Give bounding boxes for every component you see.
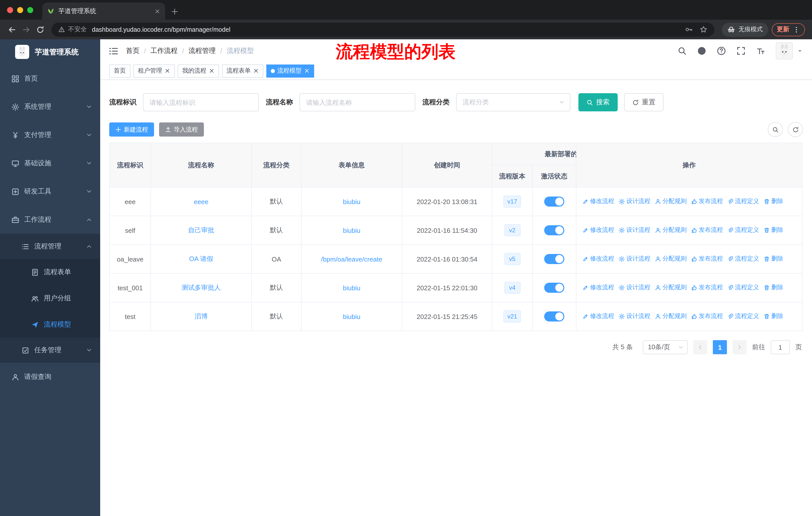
design-process-link[interactable]: 设计流程: [619, 226, 650, 235]
github-icon[interactable]: [697, 46, 706, 55]
hamburger-menu-icon[interactable]: [109, 46, 118, 56]
delete-link[interactable]: 删除: [764, 197, 783, 206]
sidebar-item-infrastructure[interactable]: 基础设施: [0, 149, 100, 178]
prev-page-button[interactable]: [693, 340, 707, 354]
sidebar-logo[interactable]: 芋道管理系统: [0, 39, 100, 64]
user-avatar[interactable]: [776, 42, 793, 59]
search-icon[interactable]: [677, 46, 687, 55]
tab-close-icon[interactable]: [154, 8, 160, 14]
import-process-button[interactable]: 导入流程: [159, 123, 204, 137]
assign-rules-link[interactable]: 分配规则: [655, 312, 687, 321]
assign-rules-link[interactable]: 分配规则: [655, 197, 687, 206]
tag-close-icon[interactable]: [304, 68, 310, 74]
design-process-link[interactable]: 设计流程: [619, 283, 650, 292]
window-minimize-button[interactable]: [17, 7, 23, 13]
forward-button[interactable]: [19, 22, 33, 36]
delete-link[interactable]: 删除: [764, 283, 783, 292]
kebab-menu-icon[interactable]: [793, 26, 800, 33]
goto-page-input[interactable]: [771, 340, 790, 354]
bookmark-star-icon[interactable]: [700, 26, 707, 33]
search-button[interactable]: 搜索: [578, 93, 618, 111]
tag-home[interactable]: 首页: [109, 64, 130, 77]
process-name-link[interactable]: 自己审批: [188, 226, 214, 234]
form-info-link[interactable]: biubiu: [343, 313, 360, 320]
sidebar-item-leave-query[interactable]: 请假查询: [0, 363, 100, 391]
reload-button[interactable]: [33, 22, 47, 36]
tag-tenant-manage[interactable]: 租户管理: [134, 64, 175, 77]
process-definition-link[interactable]: 流程定义: [727, 197, 759, 206]
form-info-link[interactable]: biubiu: [343, 284, 360, 292]
password-key-icon[interactable]: [685, 26, 693, 33]
publish-process-link[interactable]: 发布流程: [691, 312, 723, 321]
process-definition-link[interactable]: 流程定义: [727, 255, 759, 263]
key-filter-input[interactable]: [143, 93, 259, 111]
sidebar-item-process-manage[interactable]: 流程管理: [0, 234, 100, 259]
refresh-table-button[interactable]: [788, 122, 803, 137]
delete-link[interactable]: 删除: [764, 226, 783, 235]
sidebar-item-workflow[interactable]: 工作流程: [0, 206, 100, 234]
process-name-link[interactable]: 滔博: [195, 313, 208, 320]
fullscreen-icon[interactable]: [736, 46, 746, 55]
form-info-link[interactable]: biubiu: [343, 226, 360, 234]
process-definition-link[interactable]: 流程定义: [727, 283, 759, 292]
category-select[interactable]: 流程分类: [456, 93, 570, 111]
sidebar-item-home[interactable]: 首页: [0, 64, 100, 93]
name-filter-input[interactable]: [299, 93, 415, 111]
process-name-link[interactable]: eeee: [194, 198, 208, 205]
address-bar[interactable]: 不安全 dashboard.yudao.iocoder.cn/bpm/manag…: [51, 22, 714, 36]
assign-rules-link[interactable]: 分配规则: [655, 255, 687, 263]
active-toggle[interactable]: [544, 225, 564, 235]
design-process-link[interactable]: 设计流程: [619, 255, 650, 263]
window-close-button[interactable]: [7, 7, 13, 13]
design-process-link[interactable]: 设计流程: [619, 197, 650, 206]
publish-process-link[interactable]: 发布流程: [691, 283, 723, 292]
breadcrumb-item[interactable]: 工作流程: [150, 46, 178, 55]
tag-process-model[interactable]: 流程模型: [266, 64, 314, 77]
form-info-link[interactable]: biubiu: [343, 198, 360, 205]
publish-process-link[interactable]: 发布流程: [691, 197, 723, 206]
delete-link[interactable]: 删除: [764, 255, 783, 263]
chrome-update-button[interactable]: 更新: [772, 23, 805, 36]
tag-process-form[interactable]: 流程表单: [222, 64, 263, 77]
edit-process-link[interactable]: 修改流程: [582, 283, 614, 292]
publish-process-link[interactable]: 发布流程: [691, 255, 723, 263]
edit-process-link[interactable]: 修改流程: [582, 197, 614, 206]
form-info-link[interactable]: /bpm/oa/leave/create: [321, 255, 382, 263]
tag-my-process[interactable]: 我的流程: [178, 64, 219, 77]
tag-close-icon[interactable]: [209, 68, 214, 74]
active-toggle[interactable]: [544, 196, 564, 207]
active-toggle[interactable]: [544, 254, 564, 264]
caret-down-icon[interactable]: [797, 48, 803, 54]
process-name-link[interactable]: OA 请假: [189, 255, 213, 263]
page-size-select[interactable]: 10条/页: [643, 340, 688, 354]
breadcrumb-item[interactable]: 首页: [126, 46, 140, 55]
assign-rules-link[interactable]: 分配规则: [655, 226, 687, 235]
process-definition-link[interactable]: 流程定义: [727, 226, 759, 235]
publish-process-link[interactable]: 发布流程: [691, 226, 723, 235]
next-page-button[interactable]: [732, 340, 747, 354]
back-button[interactable]: [5, 22, 19, 36]
edit-process-link[interactable]: 修改流程: [582, 255, 614, 263]
edit-process-link[interactable]: 修改流程: [582, 312, 614, 321]
process-name-link[interactable]: 测试多审批人: [181, 284, 221, 291]
sidebar-item-task-manage[interactable]: 任务管理: [0, 337, 100, 363]
current-page-button[interactable]: 1: [713, 340, 727, 354]
process-definition-link[interactable]: 流程定义: [727, 312, 759, 321]
active-toggle[interactable]: [544, 311, 564, 322]
assign-rules-link[interactable]: 分配规则: [655, 283, 687, 292]
security-status[interactable]: 不安全: [58, 25, 87, 34]
create-process-button[interactable]: 新建流程: [109, 123, 154, 137]
sidebar-item-user-group[interactable]: 用户分组: [0, 285, 100, 311]
sidebar-item-payment-manage[interactable]: 支付管理: [0, 121, 100, 149]
sidebar-item-dev-tools[interactable]: 研发工具: [0, 178, 100, 206]
toggle-search-button[interactable]: [768, 122, 783, 137]
browser-tab[interactable]: 芋道管理系统: [42, 2, 165, 20]
design-process-link[interactable]: 设计流程: [619, 312, 650, 321]
help-icon[interactable]: [717, 46, 726, 55]
edit-process-link[interactable]: 修改流程: [582, 226, 614, 235]
font-size-icon[interactable]: [756, 46, 765, 55]
tag-close-icon[interactable]: [165, 68, 170, 74]
breadcrumb-item[interactable]: 流程管理: [188, 46, 216, 55]
window-zoom-button[interactable]: [27, 7, 33, 13]
active-toggle[interactable]: [544, 283, 564, 293]
